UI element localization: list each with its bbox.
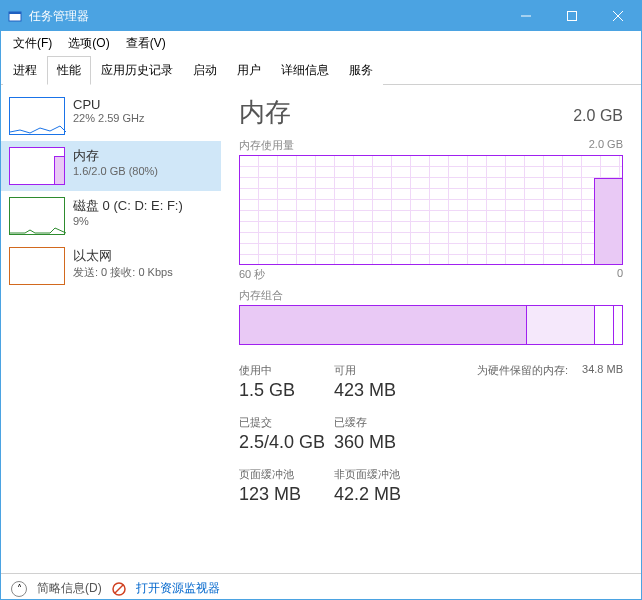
svg-line-7: [115, 585, 123, 593]
open-resource-monitor-link[interactable]: 打开资源监视器: [136, 580, 220, 597]
tab-bar: 进程 性能 应用历史记录 启动 用户 详细信息 服务: [1, 55, 641, 85]
sidebar-item-sub: 22% 2.59 GHz: [73, 112, 145, 124]
chart-fill: [594, 178, 622, 264]
sidebar-item-disk[interactable]: 磁盘 0 (C: D: E: F:)9%: [1, 191, 221, 241]
main-content: CPU22% 2.59 GHz 内存1.6/2.0 GB (80%) 磁盘 0 …: [1, 85, 641, 573]
memory-total: 2.0 GB: [573, 107, 623, 125]
hw-reserved-label: 为硬件保留的内存:: [477, 363, 568, 378]
resmon-icon: [112, 582, 126, 596]
paged-value: 123 MB: [239, 484, 334, 505]
tab-performance[interactable]: 性能: [47, 56, 91, 85]
cached-value: 360 MB: [334, 432, 623, 453]
tab-processes[interactable]: 进程: [3, 56, 47, 85]
available-value: 423 MB: [334, 380, 444, 401]
app-icon: [7, 8, 23, 24]
in-use-label: 使用中: [239, 363, 334, 378]
menu-view[interactable]: 查看(V): [118, 33, 174, 54]
sidebar-item-sub: 1.6/2.0 GB (80%): [73, 165, 158, 177]
sidebar-item-sub: 9%: [73, 215, 183, 227]
committed-label: 已提交: [239, 415, 334, 430]
menu-file[interactable]: 文件(F): [5, 33, 60, 54]
memory-usage-chart[interactable]: [239, 155, 623, 265]
detail-title: 内存: [239, 95, 291, 130]
tab-startup[interactable]: 启动: [183, 56, 227, 85]
sidebar-item-label: CPU: [73, 97, 145, 112]
maximize-button[interactable]: [549, 1, 595, 31]
available-label: 可用: [334, 363, 444, 378]
minimize-button[interactable]: [503, 1, 549, 31]
window-title: 任务管理器: [29, 8, 89, 25]
in-use-value: 1.5 GB: [239, 380, 334, 401]
memory-stats: 使用中1.5 GB 可用423 MB 为硬件保留的内存:34.8 MB 已提交2…: [239, 363, 623, 505]
x-axis-right: 0: [617, 267, 623, 282]
disk-thumbnail: [9, 197, 65, 235]
usage-chart-label: 内存使用量: [239, 138, 294, 153]
nonpaged-label: 非页面缓冲池: [334, 467, 623, 482]
sidebar-item-memory[interactable]: 内存1.6/2.0 GB (80%): [1, 141, 221, 191]
sidebar-item-cpu[interactable]: CPU22% 2.59 GHz: [1, 91, 221, 141]
composition-label: 内存组合: [239, 288, 283, 303]
sidebar-item-ethernet[interactable]: 以太网发送: 0 接收: 0 Kbps: [1, 241, 221, 291]
svg-rect-1: [9, 12, 21, 14]
cpu-thumbnail: [9, 97, 65, 135]
paged-label: 页面缓冲池: [239, 467, 334, 482]
ethernet-thumbnail: [9, 247, 65, 285]
usage-chart-max: 2.0 GB: [589, 138, 623, 153]
tab-users[interactable]: 用户: [227, 56, 271, 85]
fewer-details-link[interactable]: 简略信息(D): [37, 580, 102, 597]
sidebar-item-sub: 发送: 0 接收: 0 Kbps: [73, 265, 173, 280]
cached-label: 已缓存: [334, 415, 623, 430]
tab-details[interactable]: 详细信息: [271, 56, 339, 85]
svg-rect-3: [568, 12, 577, 21]
committed-value: 2.5/4.0 GB: [239, 432, 334, 453]
chevron-up-icon[interactable]: ˄: [11, 581, 27, 597]
sidebar-item-label: 磁盘 0 (C: D: E: F:): [73, 197, 183, 215]
memory-composition-chart[interactable]: [239, 305, 623, 345]
nonpaged-value: 42.2 MB: [334, 484, 623, 505]
detail-pane: 内存 2.0 GB 内存使用量 2.0 GB 60 秒 0 内存组合 使用中1.…: [221, 85, 641, 573]
footer: ˄ 简略信息(D) 打开资源监视器: [1, 573, 641, 600]
memory-thumbnail: [9, 147, 65, 185]
comp-cached: [527, 306, 596, 344]
chart-grid: [240, 156, 622, 264]
tab-services[interactable]: 服务: [339, 56, 383, 85]
menu-bar: 文件(F) 选项(O) 查看(V): [1, 31, 641, 55]
x-axis-left: 60 秒: [239, 267, 265, 282]
menu-options[interactable]: 选项(O): [60, 33, 117, 54]
perf-sidebar: CPU22% 2.59 GHz 内存1.6/2.0 GB (80%) 磁盘 0 …: [1, 85, 221, 573]
sidebar-item-label: 内存: [73, 147, 158, 165]
hw-reserved-value: 34.8 MB: [582, 363, 623, 378]
title-bar: 任务管理器: [1, 1, 641, 31]
comp-free: [595, 306, 614, 344]
comp-in-use: [240, 306, 527, 344]
close-button[interactable]: [595, 1, 641, 31]
tab-app-history[interactable]: 应用历史记录: [91, 56, 183, 85]
sidebar-item-label: 以太网: [73, 247, 173, 265]
